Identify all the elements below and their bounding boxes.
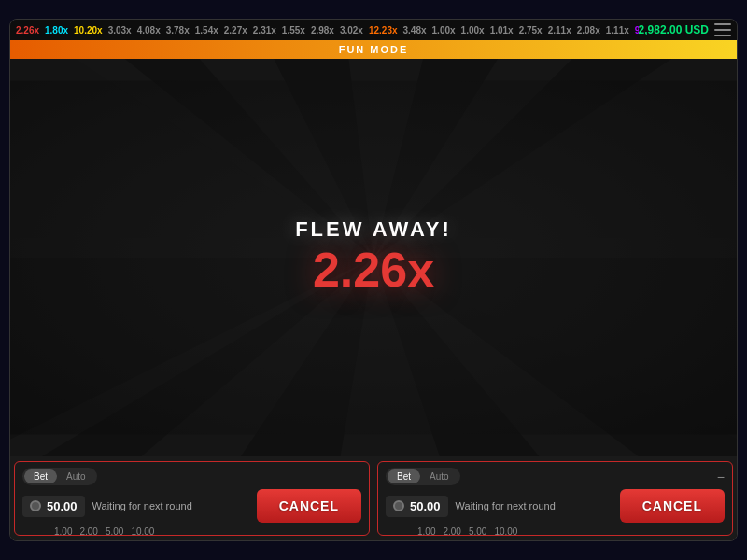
menu-button[interactable] — [714, 23, 731, 36]
mult-2-26: 2.26x — [16, 25, 39, 35]
bet-amount-box-1[interactable]: 50.00 — [22, 496, 85, 517]
bet-circle-2 — [393, 500, 404, 511]
result-overlay: FLEW AWAY! 2.26x — [295, 217, 452, 298]
bet-circle-1 — [30, 500, 41, 511]
mult-2-27: 2.27x — [224, 25, 247, 35]
quick-bet-1-1[interactable]: 1.00 — [54, 526, 72, 537]
mult-3-78: 3.78x — [166, 25, 190, 35]
waiting-label-2: Waiting for next round — [456, 500, 556, 511]
mult-3-48: 3.48x — [403, 25, 427, 35]
quick-bets-2: 1.00 2.00 5.00 10.00 — [417, 526, 725, 537]
mult-12-23: 12.23x — [369, 25, 398, 35]
cancel-button-1[interactable]: CANCEL — [257, 489, 361, 523]
bet-amount-val-2: 50.00 — [410, 499, 441, 513]
quick-bet-2-2[interactable]: 2.00 — [443, 526, 460, 537]
cancel-button-2[interactable]: CANCEL — [620, 489, 725, 523]
mult-2-75: 2.75x — [519, 25, 543, 35]
mult-2-08: 2.08x — [577, 25, 600, 35]
quick-bet-1-3[interactable]: 5.00 — [106, 526, 123, 537]
game-area: FLEW AWAY! 2.26x — [10, 59, 737, 456]
top-right: 2,982.00 USD — [639, 23, 731, 36]
top-bar: 2.26x 1.80x 10.20x 3.03x 4.08x 3.78x 1.5… — [10, 20, 737, 40]
mult-4-08: 4.08x — [137, 25, 161, 35]
bottom-panel: Bet Auto 50.00 Waiting for next round CA… — [10, 456, 737, 540]
panel-1-header: Bet Auto — [22, 468, 361, 485]
game-container: 2.26x 1.80x 10.20x 3.03x 4.08x 3.78x 1.5… — [9, 19, 738, 541]
fun-mode-bar: FUN MODE — [10, 40, 737, 59]
quick-bet-2-1[interactable]: 1.00 — [417, 526, 435, 537]
bet-amount-box-2[interactable]: 50.00 — [386, 496, 448, 517]
multipliers-strip: 2.26x 1.80x 10.20x 3.03x 4.08x 3.78x 1.5… — [16, 25, 639, 35]
mult-1-54: 1.54x — [195, 25, 218, 35]
quick-bet-2-4[interactable]: 10.00 — [494, 526, 517, 537]
mult-10-20: 10.20x — [74, 25, 103, 35]
quick-bet-1-4[interactable]: 10.00 — [131, 526, 154, 537]
waiting-label-1: Waiting for next round — [92, 500, 192, 511]
mult-1-80: 1.80x — [45, 25, 68, 35]
mult-1-55: 1.55x — [282, 25, 305, 35]
quick-bet-2-3[interactable]: 5.00 — [469, 526, 486, 537]
flew-away-label: FLEW AWAY! — [295, 217, 452, 242]
bet-auto-toggle-2: Bet Auto — [386, 468, 460, 485]
auto-tab-1[interactable]: Auto — [57, 469, 95, 483]
bet-panel-1: Bet Auto 50.00 Waiting for next round CA… — [14, 461, 370, 536]
panel-minus-icon[interactable]: − — [717, 469, 725, 484]
quick-bet-1-2[interactable]: 2.00 — [79, 526, 97, 537]
result-multiplier: 2.26x — [313, 242, 434, 298]
bet-tab-1[interactable]: Bet — [24, 469, 57, 483]
mult-1-00b: 1.00x — [461, 25, 485, 35]
mult-1-01: 1.01x — [490, 25, 514, 35]
bet-auto-toggle-1: Bet Auto — [22, 468, 97, 485]
mult-3-03: 3.03x — [108, 25, 132, 35]
bet-tab-2[interactable]: Bet — [388, 469, 420, 483]
auto-tab-2[interactable]: Auto — [420, 469, 458, 483]
mult-2-31: 2.31x — [253, 25, 276, 35]
mult-2-98: 2.98x — [311, 25, 334, 35]
panel-2-header: Bet Auto − — [386, 468, 725, 485]
bet-panel-2: Bet Auto − 50.00 Waiting for next round … — [377, 461, 733, 536]
quick-bets-1: 1.00 2.00 5.00 10.00 — [54, 526, 361, 537]
bet-amount-val-1: 50.00 — [47, 499, 78, 513]
balance-display: 2,982.00 USD — [639, 23, 709, 36]
panel-2-bet-row: 50.00 Waiting for next round CANCEL — [386, 489, 725, 523]
panel-1-bet-row: 50.00 Waiting for next round CANCEL — [22, 489, 361, 523]
mult-2-11: 2.11x — [548, 25, 571, 35]
mult-3-02: 3.02x — [340, 25, 363, 35]
mult-1-00a: 1.00x — [432, 25, 456, 35]
mult-1-11: 1.11x — [606, 25, 629, 35]
